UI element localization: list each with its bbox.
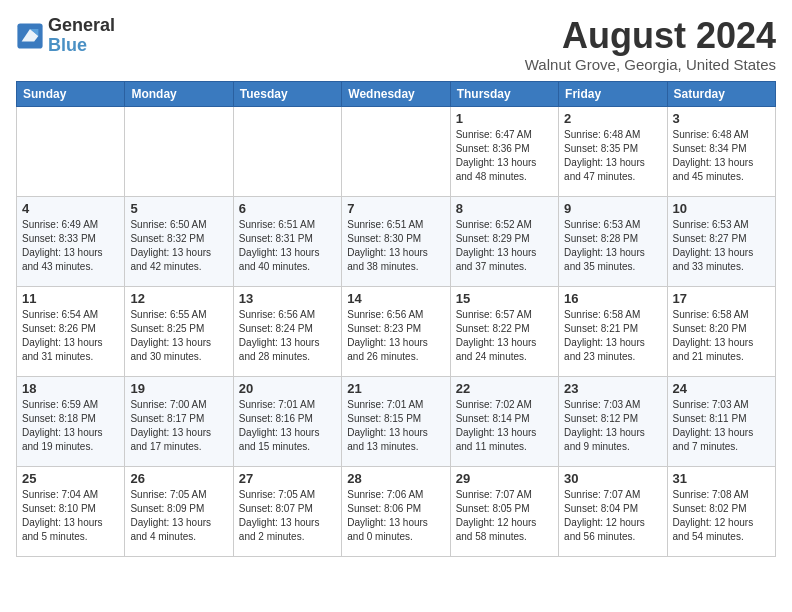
logo-line1: General xyxy=(48,16,115,36)
calendar-cell: 4Sunrise: 6:49 AM Sunset: 8:33 PM Daylig… xyxy=(17,196,125,286)
day-number: 27 xyxy=(239,471,336,486)
day-info: Sunrise: 6:48 AM Sunset: 8:35 PM Dayligh… xyxy=(564,128,661,184)
day-number: 7 xyxy=(347,201,444,216)
day-number: 20 xyxy=(239,381,336,396)
day-info: Sunrise: 6:47 AM Sunset: 8:36 PM Dayligh… xyxy=(456,128,553,184)
calendar-cell: 14Sunrise: 6:56 AM Sunset: 8:23 PM Dayli… xyxy=(342,286,450,376)
calendar-cell xyxy=(233,106,341,196)
day-number: 22 xyxy=(456,381,553,396)
day-info: Sunrise: 7:07 AM Sunset: 8:05 PM Dayligh… xyxy=(456,488,553,544)
calendar-cell: 29Sunrise: 7:07 AM Sunset: 8:05 PM Dayli… xyxy=(450,466,558,556)
day-info: Sunrise: 6:53 AM Sunset: 8:28 PM Dayligh… xyxy=(564,218,661,274)
day-info: Sunrise: 6:59 AM Sunset: 8:18 PM Dayligh… xyxy=(22,398,119,454)
calendar-cell: 24Sunrise: 7:03 AM Sunset: 8:11 PM Dayli… xyxy=(667,376,775,466)
logo-line2: Blue xyxy=(48,36,115,56)
day-info: Sunrise: 7:01 AM Sunset: 8:16 PM Dayligh… xyxy=(239,398,336,454)
column-header-thursday: Thursday xyxy=(450,81,558,106)
day-number: 31 xyxy=(673,471,770,486)
day-number: 13 xyxy=(239,291,336,306)
day-info: Sunrise: 6:49 AM Sunset: 8:33 PM Dayligh… xyxy=(22,218,119,274)
day-info: Sunrise: 6:51 AM Sunset: 8:30 PM Dayligh… xyxy=(347,218,444,274)
day-info: Sunrise: 7:05 AM Sunset: 8:07 PM Dayligh… xyxy=(239,488,336,544)
day-info: Sunrise: 6:53 AM Sunset: 8:27 PM Dayligh… xyxy=(673,218,770,274)
calendar-header-row: SundayMondayTuesdayWednesdayThursdayFrid… xyxy=(17,81,776,106)
page-subtitle: Walnut Grove, Georgia, United States xyxy=(525,56,776,73)
day-number: 16 xyxy=(564,291,661,306)
calendar-cell: 6Sunrise: 6:51 AM Sunset: 8:31 PM Daylig… xyxy=(233,196,341,286)
day-info: Sunrise: 7:00 AM Sunset: 8:17 PM Dayligh… xyxy=(130,398,227,454)
day-number: 17 xyxy=(673,291,770,306)
day-info: Sunrise: 6:57 AM Sunset: 8:22 PM Dayligh… xyxy=(456,308,553,364)
logo-icon xyxy=(16,22,44,50)
calendar-cell: 17Sunrise: 6:58 AM Sunset: 8:20 PM Dayli… xyxy=(667,286,775,376)
calendar-cell: 12Sunrise: 6:55 AM Sunset: 8:25 PM Dayli… xyxy=(125,286,233,376)
day-number: 19 xyxy=(130,381,227,396)
calendar-cell: 7Sunrise: 6:51 AM Sunset: 8:30 PM Daylig… xyxy=(342,196,450,286)
calendar-cell: 1Sunrise: 6:47 AM Sunset: 8:36 PM Daylig… xyxy=(450,106,558,196)
calendar-table: SundayMondayTuesdayWednesdayThursdayFrid… xyxy=(16,81,776,557)
day-number: 24 xyxy=(673,381,770,396)
calendar-cell: 23Sunrise: 7:03 AM Sunset: 8:12 PM Dayli… xyxy=(559,376,667,466)
calendar-cell: 16Sunrise: 6:58 AM Sunset: 8:21 PM Dayli… xyxy=(559,286,667,376)
day-info: Sunrise: 6:56 AM Sunset: 8:23 PM Dayligh… xyxy=(347,308,444,364)
calendar-cell: 20Sunrise: 7:01 AM Sunset: 8:16 PM Dayli… xyxy=(233,376,341,466)
column-header-tuesday: Tuesday xyxy=(233,81,341,106)
day-info: Sunrise: 6:58 AM Sunset: 8:20 PM Dayligh… xyxy=(673,308,770,364)
day-number: 21 xyxy=(347,381,444,396)
day-info: Sunrise: 7:02 AM Sunset: 8:14 PM Dayligh… xyxy=(456,398,553,454)
day-info: Sunrise: 6:51 AM Sunset: 8:31 PM Dayligh… xyxy=(239,218,336,274)
day-number: 11 xyxy=(22,291,119,306)
calendar-cell: 3Sunrise: 6:48 AM Sunset: 8:34 PM Daylig… xyxy=(667,106,775,196)
day-number: 18 xyxy=(22,381,119,396)
calendar-cell: 22Sunrise: 7:02 AM Sunset: 8:14 PM Dayli… xyxy=(450,376,558,466)
calendar-week-row: 1Sunrise: 6:47 AM Sunset: 8:36 PM Daylig… xyxy=(17,106,776,196)
day-number: 30 xyxy=(564,471,661,486)
day-info: Sunrise: 6:56 AM Sunset: 8:24 PM Dayligh… xyxy=(239,308,336,364)
column-header-friday: Friday xyxy=(559,81,667,106)
day-number: 12 xyxy=(130,291,227,306)
day-info: Sunrise: 7:04 AM Sunset: 8:10 PM Dayligh… xyxy=(22,488,119,544)
logo: General Blue xyxy=(16,16,115,56)
day-number: 28 xyxy=(347,471,444,486)
calendar-cell: 9Sunrise: 6:53 AM Sunset: 8:28 PM Daylig… xyxy=(559,196,667,286)
calendar-cell: 26Sunrise: 7:05 AM Sunset: 8:09 PM Dayli… xyxy=(125,466,233,556)
day-number: 9 xyxy=(564,201,661,216)
day-number: 5 xyxy=(130,201,227,216)
calendar-cell: 8Sunrise: 6:52 AM Sunset: 8:29 PM Daylig… xyxy=(450,196,558,286)
column-header-monday: Monday xyxy=(125,81,233,106)
calendar-cell xyxy=(342,106,450,196)
page-title: August 2024 xyxy=(525,16,776,56)
day-info: Sunrise: 7:06 AM Sunset: 8:06 PM Dayligh… xyxy=(347,488,444,544)
calendar-cell: 19Sunrise: 7:00 AM Sunset: 8:17 PM Dayli… xyxy=(125,376,233,466)
column-header-wednesday: Wednesday xyxy=(342,81,450,106)
calendar-week-row: 25Sunrise: 7:04 AM Sunset: 8:10 PM Dayli… xyxy=(17,466,776,556)
day-number: 3 xyxy=(673,111,770,126)
day-number: 4 xyxy=(22,201,119,216)
day-info: Sunrise: 6:52 AM Sunset: 8:29 PM Dayligh… xyxy=(456,218,553,274)
day-number: 15 xyxy=(456,291,553,306)
day-number: 10 xyxy=(673,201,770,216)
day-number: 23 xyxy=(564,381,661,396)
calendar-cell: 13Sunrise: 6:56 AM Sunset: 8:24 PM Dayli… xyxy=(233,286,341,376)
day-info: Sunrise: 6:48 AM Sunset: 8:34 PM Dayligh… xyxy=(673,128,770,184)
day-info: Sunrise: 7:03 AM Sunset: 8:12 PM Dayligh… xyxy=(564,398,661,454)
calendar-cell: 18Sunrise: 6:59 AM Sunset: 8:18 PM Dayli… xyxy=(17,376,125,466)
calendar-cell: 27Sunrise: 7:05 AM Sunset: 8:07 PM Dayli… xyxy=(233,466,341,556)
calendar-cell: 10Sunrise: 6:53 AM Sunset: 8:27 PM Dayli… xyxy=(667,196,775,286)
day-info: Sunrise: 6:55 AM Sunset: 8:25 PM Dayligh… xyxy=(130,308,227,364)
day-info: Sunrise: 7:01 AM Sunset: 8:15 PM Dayligh… xyxy=(347,398,444,454)
day-number: 2 xyxy=(564,111,661,126)
calendar-cell: 11Sunrise: 6:54 AM Sunset: 8:26 PM Dayli… xyxy=(17,286,125,376)
column-header-sunday: Sunday xyxy=(17,81,125,106)
calendar-cell: 25Sunrise: 7:04 AM Sunset: 8:10 PM Dayli… xyxy=(17,466,125,556)
column-header-saturday: Saturday xyxy=(667,81,775,106)
calendar-cell: 30Sunrise: 7:07 AM Sunset: 8:04 PM Dayli… xyxy=(559,466,667,556)
day-number: 1 xyxy=(456,111,553,126)
day-info: Sunrise: 7:03 AM Sunset: 8:11 PM Dayligh… xyxy=(673,398,770,454)
calendar-week-row: 4Sunrise: 6:49 AM Sunset: 8:33 PM Daylig… xyxy=(17,196,776,286)
calendar-week-row: 11Sunrise: 6:54 AM Sunset: 8:26 PM Dayli… xyxy=(17,286,776,376)
day-number: 29 xyxy=(456,471,553,486)
calendar-cell: 21Sunrise: 7:01 AM Sunset: 8:15 PM Dayli… xyxy=(342,376,450,466)
calendar-cell xyxy=(125,106,233,196)
calendar-cell: 28Sunrise: 7:06 AM Sunset: 8:06 PM Dayli… xyxy=(342,466,450,556)
